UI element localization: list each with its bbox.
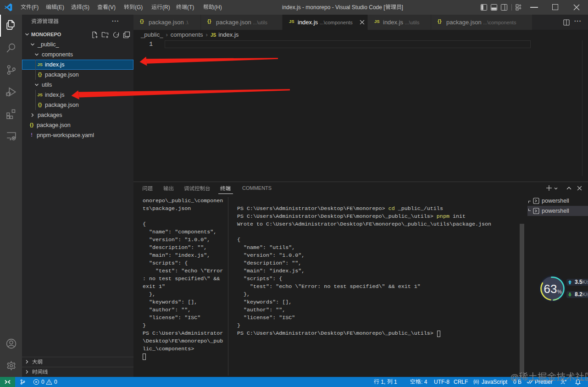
svg-text:%: % — [557, 289, 562, 294]
svg-text:63: 63 — [544, 282, 557, 296]
